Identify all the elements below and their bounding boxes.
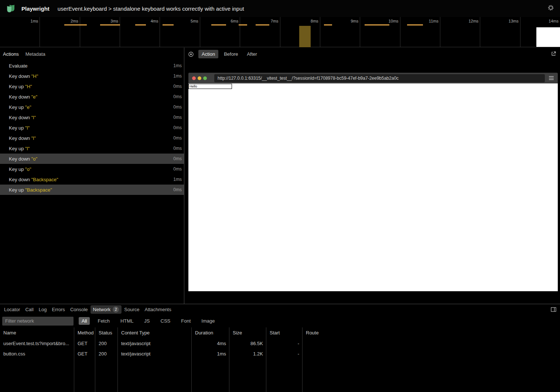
filter-chip-css[interactable]: CSS — [158, 317, 174, 325]
network-row[interactable]: button.cssGET200text/javascript1ms1.2K- — [0, 348, 560, 359]
playwright-logo-icon — [6, 4, 16, 13]
timeline-cell[interactable]: 5ms — [160, 17, 200, 47]
column-header: Name — [0, 327, 74, 338]
timeline-cell[interactable]: 3ms — [80, 17, 120, 47]
tab-action[interactable]: Action — [198, 50, 218, 58]
timeline[interactable]: 1ms2ms3ms4ms5ms6ms7ms8ms9ms10ms11ms12ms1… — [0, 17, 560, 47]
network-table: NameMethodStatusContent TypeDurationSize… — [0, 327, 560, 392]
tab-errors[interactable]: Errors — [49, 306, 67, 313]
timeline-activity-bar — [239, 24, 247, 25]
timeline-cell[interactable]: 13ms — [480, 17, 520, 47]
timeline-cell[interactable]: 10ms — [360, 17, 400, 47]
traffic-dot-red-icon — [192, 76, 196, 80]
action-row[interactable]: Key up "H"0ms — [0, 81, 184, 92]
network-cell: text/javascript — [118, 348, 192, 359]
timeline-cell[interactable]: 4ms — [120, 17, 160, 47]
tab-metadata[interactable]: Metadata — [25, 51, 45, 57]
timeline-tick-label: 6ms — [231, 19, 238, 23]
open-snapshot-external-icon[interactable] — [551, 51, 556, 58]
action-value: "H" — [25, 84, 32, 89]
filter-chip-font[interactable]: Font — [178, 317, 194, 325]
tab-console[interactable]: Console — [68, 306, 91, 313]
action-row[interactable]: Key down "o"0ms — [0, 154, 184, 164]
timeline-activity-bar — [365, 24, 389, 25]
timeline-activity-bar — [64, 24, 87, 25]
filter-chip-html[interactable]: HTML — [117, 317, 136, 325]
settings-gear-icon[interactable] — [547, 4, 554, 13]
tab-call[interactable]: Call — [23, 306, 36, 313]
filter-chip-all[interactable]: All — [79, 317, 90, 325]
actions-panel: ActionsMetadata Evaluate1msKey down "H"1… — [0, 48, 184, 304]
action-row[interactable]: Evaluate1ms — [0, 61, 184, 71]
tab-locator[interactable]: Locator — [1, 306, 23, 313]
network-cell: 4ms — [192, 338, 229, 348]
split-view-icon[interactable] — [551, 307, 556, 312]
tab-log[interactable]: Log — [36, 306, 49, 313]
network-cell: userEvent.test.ts?import&bro... — [0, 338, 74, 348]
traffic-dot-green-icon — [203, 76, 207, 80]
network-cell — [303, 338, 560, 348]
network-filter-row: AllFetchHTMLJSCSSFontImage — [0, 314, 560, 327]
action-row[interactable]: Key up "e"0ms — [0, 102, 184, 112]
column-header: Duration — [192, 327, 229, 338]
trace-title: userEvent.keyboard > standalone keyboard… — [58, 6, 244, 12]
tab-attachments[interactable]: Attachments — [142, 306, 174, 313]
timeline-cell[interactable]: 7ms — [240, 17, 280, 47]
timeline-filmstrip-thumbnail[interactable] — [536, 27, 560, 47]
network-cell: 86.5K — [229, 338, 266, 348]
action-row[interactable]: Key up "o"0ms — [0, 164, 184, 174]
network-cell: - — [266, 348, 303, 359]
network-cell: 1ms — [192, 348, 229, 359]
action-row[interactable]: Key down "l"0ms — [0, 133, 184, 143]
action-row[interactable]: Key down "Backspace"1ms — [0, 174, 184, 185]
filter-chip-js[interactable]: JS — [141, 317, 153, 325]
tab-actions[interactable]: Actions — [3, 51, 19, 57]
browser-menu-icon[interactable] — [549, 76, 554, 80]
timeline-cell[interactable]: 6ms — [200, 17, 240, 47]
network-cell: 200 — [95, 348, 118, 359]
action-row[interactable]: Key up "l"0ms — [0, 143, 184, 154]
main-split: ActionsMetadata Evaluate1msKey down "H"1… — [0, 48, 560, 304]
tab-before[interactable]: Before — [221, 50, 241, 58]
action-value: "l" — [31, 115, 36, 120]
action-row[interactable]: Key down "e"0ms — [0, 92, 184, 102]
column-header: Size — [229, 327, 266, 338]
actions-tabbar: ActionsMetadata — [0, 48, 184, 61]
timeline-cell[interactable]: 1ms — [0, 17, 40, 47]
timeline-tick-label: 10ms — [389, 19, 399, 23]
action-row[interactable]: Key down "H"1ms — [0, 71, 184, 81]
pick-locator-icon[interactable] — [188, 51, 194, 57]
network-count-badge: 2 — [113, 306, 119, 313]
action-title: Key down "l" — [9, 115, 173, 120]
network-cell: - — [266, 338, 303, 348]
page-text-input[interactable] — [188, 84, 232, 89]
action-row[interactable]: Key down "l"0ms — [0, 112, 184, 123]
action-title: Key down "H" — [9, 73, 173, 79]
timeline-activity-bar — [407, 24, 423, 25]
network-cell: 200 — [95, 338, 118, 348]
action-row[interactable]: Key up "l"0ms — [0, 123, 184, 133]
timeline-activity-bar — [211, 24, 226, 25]
action-value: "l" — [25, 146, 30, 151]
timeline-cell[interactable]: 9ms — [320, 17, 360, 47]
network-filter-input[interactable] — [2, 317, 74, 326]
tab-after[interactable]: After — [243, 50, 260, 58]
timeline-activity-bar — [163, 24, 174, 25]
action-title: Key down "Backspace" — [9, 177, 173, 182]
timeline-selection[interactable] — [299, 26, 311, 47]
timeline-cell[interactable]: 12ms — [440, 17, 480, 47]
action-value: "o" — [31, 156, 37, 162]
filter-chip-fetch[interactable]: Fetch — [95, 317, 113, 325]
header: Playwright userEvent.keyboard > standalo… — [0, 0, 560, 17]
filter-chip-image[interactable]: Image — [198, 317, 218, 325]
timeline-cell[interactable]: 2ms — [40, 17, 80, 47]
tab-network[interactable]: Network2 — [91, 305, 122, 314]
network-row[interactable]: userEvent.test.ts?import&bro...GET200tex… — [0, 338, 560, 348]
action-title: Key up "o" — [9, 166, 173, 172]
timeline-cell[interactable]: 11ms — [400, 17, 440, 47]
bottom-tabs: LocatorCallLogErrorsConsoleNetwork2Sourc… — [1, 305, 174, 314]
app-name: Playwright — [21, 6, 49, 12]
action-row[interactable]: Key up "Backspace"0ms — [0, 185, 184, 195]
column-header: Content Type — [118, 327, 192, 338]
tab-source[interactable]: Source — [122, 306, 142, 313]
